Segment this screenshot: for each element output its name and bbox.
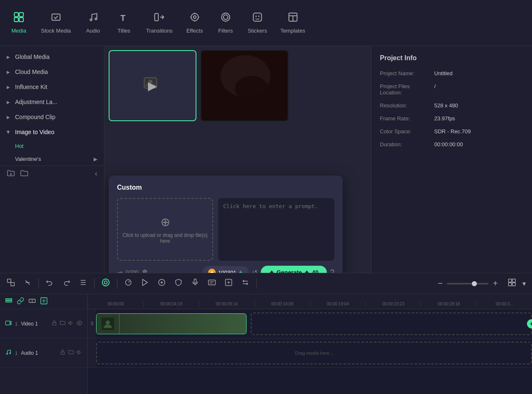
stickers-icon	[252, 12, 263, 25]
more-button[interactable]	[77, 277, 89, 290]
project-label-framerate: Frame Rate:	[380, 115, 434, 122]
ruler-mark-1: 00:00:04:19	[143, 302, 199, 307]
swap-button[interactable]	[239, 277, 251, 290]
track-number-2: 1	[15, 351, 18, 356]
content-area: ▶ Custom ⊕ Click to upload or dra	[104, 46, 371, 273]
collab-button[interactable]	[223, 277, 234, 290]
nav-item-media[interactable]: Media	[4, 8, 33, 37]
nav-item-templates[interactable]: Templates	[275, 8, 311, 37]
track-name-video1: Video 1	[21, 321, 38, 327]
track-audio-button-video1[interactable]	[68, 320, 74, 327]
char-count: 0/200	[126, 269, 138, 273]
sidebar-label-compound-clip: Compound Clip	[15, 114, 56, 120]
play-button[interactable]	[139, 277, 151, 290]
sidebar-item-image-to-video[interactable]: ▶ Image to Video	[0, 125, 104, 140]
sidebar-item-cloud-media[interactable]: ▶ Cloud Media	[0, 64, 104, 79]
add-folder-button[interactable]	[7, 169, 15, 180]
sidebar-collapse-button[interactable]: ‹	[95, 169, 97, 180]
generate-button[interactable]: ✦ Generate ✦ 40	[261, 266, 327, 273]
track-folder-button-audio1[interactable]	[68, 349, 74, 356]
prompt-textarea[interactable]	[218, 198, 334, 261]
redo-button[interactable]	[61, 277, 72, 290]
zoom-thumb	[472, 281, 477, 286]
nav-item-audio[interactable]: Audio	[79, 8, 108, 37]
timeline-chevron-down[interactable]: ▼	[521, 280, 527, 287]
undo-button[interactable]	[44, 277, 56, 290]
drop-zone-video1[interactable]	[251, 313, 532, 335]
nav-label-stock-media: Stock Media	[41, 28, 71, 34]
credits-plus-button[interactable]: +	[239, 269, 242, 273]
captions-button[interactable]	[206, 277, 218, 290]
delete-icon[interactable]: 🗑	[142, 269, 148, 273]
shuffle-icon[interactable]: ⇌	[117, 269, 122, 273]
track-folder-button-video1[interactable]	[60, 320, 66, 327]
svg-rect-2	[14, 18, 18, 22]
speed-button[interactable]	[122, 277, 134, 290]
svg-point-59	[79, 322, 80, 324]
timeline-content: 3	[88, 309, 532, 394]
svg-point-33	[104, 281, 107, 284]
sidebar-sub-item-hot[interactable]: Hot	[0, 140, 104, 153]
timeline-area: − + ▼	[0, 273, 532, 394]
refresh-icon[interactable]: ↺	[252, 269, 257, 273]
add-track-button[interactable]	[5, 297, 13, 306]
nav-item-filters[interactable]: Filters	[211, 8, 240, 37]
link-tracks-button[interactable]	[17, 297, 24, 306]
nav-item-stickers[interactable]: Stickers	[242, 8, 273, 37]
shield-button[interactable]	[173, 277, 184, 290]
svg-point-15	[221, 13, 230, 21]
filters-icon	[220, 12, 231, 25]
sidebar-item-influence-kit[interactable]: ▶ Influence Kit	[0, 79, 104, 94]
project-label-resolution: Resolution:	[380, 102, 434, 109]
media-thumb-2[interactable]	[201, 50, 288, 121]
open-folder-button[interactable]	[20, 169, 28, 180]
sidebar-item-adjustment-la[interactable]: ▶ Adjustment La...	[0, 94, 104, 109]
nav-item-transitions[interactable]: Transitions	[140, 8, 178, 37]
sidebar-item-global-media[interactable]: ▶ Global Media	[0, 49, 104, 64]
project-row-colorspace: Color Space: SDR - Rec.709	[380, 128, 524, 135]
svg-point-32	[102, 279, 109, 286]
zoom-out-button[interactable]: −	[436, 277, 445, 290]
svg-rect-51	[6, 298, 12, 300]
track-eye-button-video1[interactable]	[76, 320, 82, 327]
help-icon[interactable]: ?	[330, 268, 334, 273]
track-lock-button-audio1[interactable]	[60, 349, 66, 356]
nav-item-stock-media[interactable]: Stock Media	[35, 8, 77, 37]
trim-tool-button[interactable]	[22, 277, 33, 290]
ruler-mark-2: 00:00:09:14	[199, 302, 255, 307]
mic-button[interactable]	[189, 277, 201, 290]
templates-icon	[288, 12, 298, 25]
timeline-toolbar: − + ▼	[0, 273, 532, 294]
track-lock-button-video1[interactable]	[51, 320, 57, 327]
video-clip-inner-1	[97, 314, 246, 334]
svg-rect-56	[5, 321, 10, 325]
track-audio-button-audio1[interactable]	[76, 349, 82, 356]
project-value-resolution: 528 x 480	[434, 102, 458, 109]
track-number-1: 1	[15, 321, 18, 326]
zoom-slider[interactable]	[447, 283, 489, 285]
grid-view-button[interactable]	[508, 278, 516, 289]
zoom-in-button[interactable]: +	[491, 277, 499, 290]
select-tool-button[interactable]	[5, 277, 17, 290]
project-row-resolution: Resolution: 528 x 480	[380, 102, 524, 109]
project-panel: Project Info Project Name: Untitled Proj…	[371, 46, 532, 273]
snap-button[interactable]	[40, 297, 48, 306]
sidebar-sub-item-valentines[interactable]: Valentine's ▶	[0, 153, 104, 165]
media-thumb-1[interactable]: ▶	[109, 50, 196, 121]
layout-button[interactable]	[28, 297, 36, 306]
playhead-button[interactable]	[99, 276, 112, 291]
drop-zone-audio1[interactable]: Drag media here...	[96, 342, 532, 364]
tl-separator-1	[38, 279, 39, 289]
ruler-mark-6: 00:00:28:18	[421, 302, 476, 307]
upload-area[interactable]: ⊕ Click to upload or drag and drop file(…	[117, 198, 213, 261]
sidebar-item-compound-clip[interactable]: ▶ Compound Clip	[0, 109, 104, 125]
add-button[interactable]	[156, 277, 168, 290]
project-panel-title: Project Info	[380, 54, 524, 62]
project-label-duration: Duration:	[380, 141, 434, 147]
clip-thumb-1	[97, 314, 120, 334]
nav-item-effects[interactable]: Effects	[180, 8, 209, 37]
video-clip-1[interactable]	[96, 313, 247, 334]
svg-point-29	[235, 76, 268, 101]
drop-zone-label: Drag media here...	[295, 351, 333, 356]
nav-item-titles[interactable]: T Titles	[109, 8, 139, 37]
